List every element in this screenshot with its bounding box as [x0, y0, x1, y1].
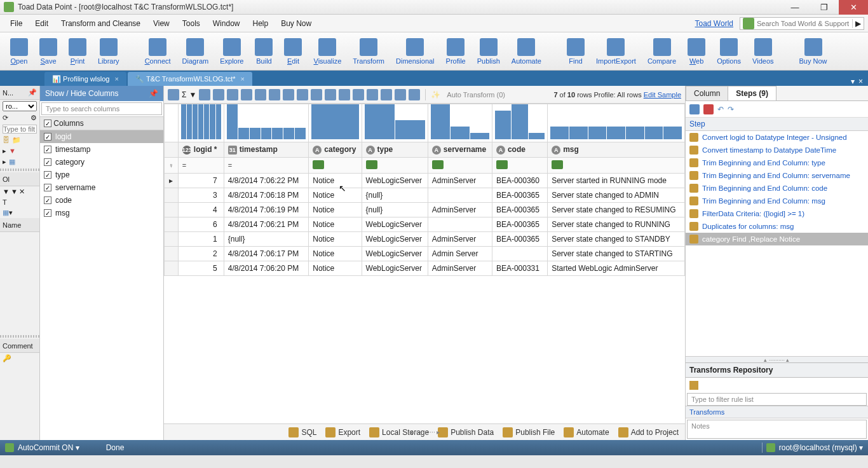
- publish-data-button[interactable]: Publish Data: [438, 427, 494, 437]
- table-row[interactable]: 64/8/2014 7:06:21 PMNoticeWebLogicServer…: [165, 217, 685, 231]
- table-row[interactable]: 34/8/2014 7:06:18 PMNotice{null}BEA-0003…: [165, 188, 685, 202]
- search-go-button[interactable]: ▶: [852, 19, 864, 28]
- menu-window[interactable]: Window: [207, 17, 247, 31]
- script-icon[interactable]: [689, 104, 700, 114]
- search-input[interactable]: [757, 18, 852, 29]
- cell-msg[interactable]: Server state changed to RESUMING: [548, 202, 685, 217]
- automate-button[interactable]: Automate: [564, 427, 609, 437]
- cell-timestamp[interactable]: 4/8/2014 7:06:22 PM: [224, 173, 309, 188]
- ribbon-build[interactable]: Build: [250, 37, 278, 66]
- ribbon-diagram[interactable]: Diagram: [177, 37, 214, 66]
- close-tab-icon[interactable]: ×: [114, 75, 118, 83]
- table-row[interactable]: 74/8/2014 7:06:22 PMNoticeWebLogicServer…: [165, 173, 685, 188]
- ribbon-profile[interactable]: Profile: [441, 37, 471, 66]
- ribbon-automate[interactable]: Automate: [506, 37, 546, 66]
- link-icon[interactable]: [213, 89, 224, 100]
- tree-expand-icon[interactable]: ▸: [3, 147, 6, 155]
- folder-icon[interactable]: [353, 89, 364, 100]
- maximize-button[interactable]: ❐: [810, 0, 839, 15]
- cell-msg[interactable]: Server state changed to ADMIN: [548, 188, 685, 202]
- checkbox-icon[interactable]: ✓: [44, 120, 51, 127]
- table-row[interactable]: 24/8/2014 7:06:17 PMNoticeWebLogicServer…: [165, 246, 685, 261]
- step-item[interactable]: Duplicates for columns: msg: [686, 220, 868, 233]
- brush-icon[interactable]: [199, 89, 210, 100]
- import-icon[interactable]: [843, 381, 851, 390]
- edit-icon[interactable]: [227, 89, 238, 100]
- grid-icon[interactable]: ▦: [3, 209, 9, 216]
- filter-cell-category[interactable]: [309, 157, 362, 173]
- edit-sample-link[interactable]: Edit Sample: [644, 91, 681, 99]
- chart-icon[interactable]: [283, 89, 294, 100]
- ribbon-library[interactable]: Library: [93, 37, 125, 66]
- forward-icon[interactable]: [381, 89, 392, 100]
- folder-icon[interactable]: [689, 381, 698, 390]
- refresh-icon[interactable]: [830, 381, 839, 390]
- cell-servername[interactable]: AdminServer: [428, 173, 492, 188]
- cell-category[interactable]: Notice: [309, 231, 362, 246]
- ribbon-importexport[interactable]: ImportExport: [591, 37, 641, 66]
- step-item[interactable]: Trim Beginning and End Column: msg: [686, 195, 868, 207]
- column-header-logid[interactable]: 123logid *: [178, 142, 224, 158]
- cell-timestamp[interactable]: 4/8/2014 7:06:17 PM: [224, 246, 309, 261]
- cell-type[interactable]: WebLogicServer: [362, 173, 428, 188]
- pin-icon[interactable]: 📌: [28, 88, 37, 97]
- checkbox-icon[interactable]: ✓: [44, 209, 51, 217]
- cell-servername[interactable]: [428, 217, 492, 231]
- cell-servername[interactable]: [428, 188, 492, 202]
- histogram-category[interactable]: [310, 106, 360, 141]
- filter-icon[interactable]: ▼: [9, 147, 16, 155]
- table-icon[interactable]: [325, 89, 336, 100]
- refresh-icon[interactable]: ⟳: [3, 114, 8, 122]
- menu-help[interactable]: Help: [246, 17, 275, 31]
- options-icon[interactable]: ⚙: [31, 114, 37, 122]
- ribbon-edit[interactable]: Edit: [279, 37, 307, 66]
- tab-transform[interactable]: 🔧 T&C TransformWLSLOG.tct* ×: [128, 72, 252, 86]
- ribbon-web[interactable]: Web: [682, 37, 710, 66]
- ribbon-dimensional[interactable]: Dimensional: [391, 37, 440, 66]
- table-row[interactable]: 1{null}NoticeWebLogicServerAdminServerBE…: [165, 231, 685, 246]
- histogram-logid[interactable]: [180, 106, 222, 141]
- notes-input[interactable]: Notes: [687, 420, 867, 439]
- menu-transform-cleanse[interactable]: Transform and Cleanse: [55, 17, 147, 31]
- cell-code[interactable]: BEA-000365: [492, 231, 547, 246]
- cell-category[interactable]: Notice: [309, 246, 362, 261]
- cell-logid[interactable]: 5: [178, 261, 224, 275]
- cell-category[interactable]: Notice: [309, 188, 362, 202]
- save-icon[interactable]: [702, 381, 711, 390]
- checkbox-icon[interactable]: ✓: [44, 171, 51, 179]
- ribbon-connect[interactable]: Connect: [140, 37, 176, 66]
- checkbox-icon[interactable]: ✓: [44, 184, 51, 191]
- step-item[interactable]: category Find ,Replace Notice: [686, 233, 868, 245]
- step-item[interactable]: Convert timestamp to Datatype DateTime: [686, 144, 868, 156]
- ribbon-visualize[interactable]: Visualize: [308, 37, 346, 66]
- column-header-type[interactable]: Atype: [362, 142, 428, 158]
- cell-type[interactable]: {null}: [362, 202, 428, 217]
- checkbox-icon[interactable]: ✓: [44, 133, 51, 141]
- export-icon[interactable]: [855, 381, 864, 390]
- filter-icon[interactable]: ▼: [3, 188, 10, 196]
- cell-code[interactable]: BEA-000365: [492, 202, 547, 217]
- menu-tools[interactable]: Tools: [176, 17, 207, 31]
- histogram-servername[interactable]: [430, 106, 491, 141]
- filter-cell-msg[interactable]: [548, 157, 685, 173]
- column-item-timestamp[interactable]: ✓timestamp: [40, 143, 163, 156]
- data-grid[interactable]: 123logid *31timestampAcategoryAtypeAserv…: [164, 104, 685, 276]
- column-header-servername[interactable]: Aservername: [428, 142, 492, 158]
- cell-logid[interactable]: 7: [178, 173, 224, 188]
- find-icon[interactable]: [168, 89, 179, 100]
- cell-servername[interactable]: AdminServer: [428, 261, 492, 275]
- columns-group-header[interactable]: ✓ Columns: [40, 116, 163, 130]
- pin-icon[interactable]: 📌: [149, 89, 158, 98]
- column-item-msg[interactable]: ✓msg: [40, 207, 163, 219]
- filter-cell-logid[interactable]: =: [178, 157, 224, 173]
- tab-profiling[interactable]: 📊 Profiling wlslog ×: [44, 72, 126, 86]
- step-item[interactable]: Convert logid to Datatype Integer - Unsi…: [686, 131, 868, 144]
- cell-category[interactable]: Notice: [309, 202, 362, 217]
- play-icon[interactable]: [395, 89, 406, 100]
- undo-icon[interactable]: ↶: [717, 105, 724, 114]
- report-icon[interactable]: [409, 89, 420, 100]
- cell-type[interactable]: {null}: [362, 188, 428, 202]
- copy-icon[interactable]: [269, 89, 280, 100]
- toad-world-link[interactable]: Toad World: [695, 19, 733, 28]
- column-item-code[interactable]: ✓code: [40, 194, 163, 207]
